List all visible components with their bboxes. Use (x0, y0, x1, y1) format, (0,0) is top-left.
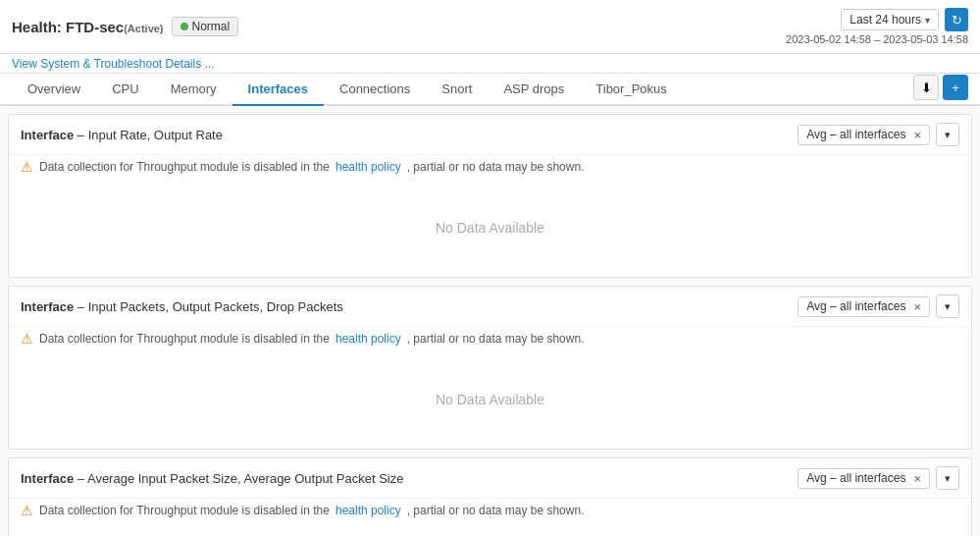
section3-filter-tag: Avg – all interfaces × (798, 468, 930, 489)
tab-tibor-pokus[interactable]: Tibor_Pokus (580, 74, 683, 106)
time-range-label: Last 24 hours (850, 13, 921, 27)
tab-snort[interactable]: Snort (426, 74, 488, 106)
refresh-icon: ↻ (952, 13, 962, 27)
section2-title-bold: Interface (21, 299, 74, 314)
section3-filter-remove[interactable]: × (913, 471, 921, 486)
section1-title: Interface – Input Rate, Output Rate (21, 128, 223, 142)
section2-warning-text: Data collection for Throughput module is… (39, 332, 330, 346)
section1-filter-remove[interactable]: × (913, 128, 921, 142)
section-avg-packet-size: Interface – Average Input Packet Size, A… (8, 457, 972, 536)
status-badge: Normal (172, 17, 239, 36)
section2-warning: ⚠ Data collection for Throughput module … (9, 327, 971, 350)
section2-warning-suffix: , partial or no data may be shown. (407, 332, 585, 346)
section2-filter-dropdown[interactable]: ▾ (936, 295, 959, 318)
section1-warning-text: Data collection for Throughput module is… (39, 160, 330, 174)
section3-warning-suffix: , partial or no data may be shown. (407, 504, 585, 517)
section3-filter-dropdown[interactable]: ▾ (936, 466, 959, 490)
section1-header: Interface – Input Rate, Output Rate Avg … (9, 115, 971, 155)
section3-health-link[interactable]: health policy (335, 504, 401, 517)
status-label: Normal (192, 20, 231, 33)
section2-filter-label: Avg – all interfaces (806, 299, 905, 313)
device-name: Health: FTD-sec (12, 19, 124, 35)
status-dot-icon (181, 23, 188, 30)
section3-warning: ⚠ Data collection for Throughput module … (9, 499, 971, 522)
export-button[interactable]: ⬇ (913, 75, 939, 100)
add-button[interactable]: + (943, 75, 968, 100)
section3-title-bold: Interface (21, 471, 74, 486)
app-container: Health: FTD-sec(Active) Normal Last 24 h… (0, 0, 980, 536)
subheader: View System & Troubleshoot Details ... (0, 54, 980, 74)
main-content: Interface – Input Rate, Output Rate Avg … (0, 106, 980, 536)
header-right: Last 24 hours ▾ ↻ 2023-05-02 14:58 – 202… (786, 8, 968, 45)
section1-title-bold: Interface (21, 128, 74, 142)
section2-title-rest: – Input Packets, Output Packets, Drop Pa… (74, 299, 343, 314)
health-title: Health: FTD-sec(Active) (12, 19, 164, 35)
section2-filter-remove[interactable]: × (913, 299, 921, 314)
tab-connections[interactable]: Connections (324, 74, 426, 106)
section1-controls: Avg – all interfaces × ▾ (798, 123, 959, 146)
section3-title-rest: – Average Input Packet Size, Average Out… (74, 471, 403, 486)
section1-no-data: No Data Available (9, 179, 971, 277)
section1-health-link[interactable]: health policy (335, 160, 401, 174)
section3-no-data: No Data Available (9, 522, 971, 536)
section1-warning: ⚠ Data collection for Throughput module … (9, 155, 971, 179)
section1-title-rest: – Input Rate, Output Rate (74, 128, 223, 142)
section2-controls: Avg – all interfaces × ▾ (798, 295, 959, 318)
section3-filter-label: Avg – all interfaces (806, 471, 905, 485)
section2-header: Interface – Input Packets, Output Packet… (9, 287, 971, 327)
section1-filter-tag: Avg – all interfaces × (798, 125, 930, 145)
section-input-packets: Interface – Input Packets, Output Packet… (8, 286, 972, 450)
section-input-rate: Interface – Input Rate, Output Rate Avg … (8, 114, 972, 278)
header: Health: FTD-sec(Active) Normal Last 24 h… (0, 0, 980, 54)
warning-icon: ⚠ (21, 503, 33, 518)
section2-filter-tag: Avg – all interfaces × (798, 296, 930, 317)
section3-header: Interface – Average Input Packet Size, A… (9, 458, 971, 499)
tabs-bar: Overview CPU Memory Interfaces Connectio… (0, 74, 980, 106)
tab-cpu[interactable]: CPU (96, 74, 154, 106)
add-icon: + (952, 80, 959, 95)
section2-title: Interface – Input Packets, Output Packet… (21, 299, 343, 314)
section2-no-data: No Data Available (9, 350, 971, 449)
tab-interfaces[interactable]: Interfaces (232, 74, 324, 106)
export-icon: ⬇ (921, 80, 932, 95)
section1-filter-label: Avg – all interfaces (806, 128, 905, 141)
warning-icon: ⚠ (21, 159, 33, 175)
tab-overview[interactable]: Overview (12, 74, 96, 106)
tab-asp-drops[interactable]: ASP drops (488, 74, 580, 106)
section3-title: Interface – Average Input Packet Size, A… (21, 471, 404, 486)
section1-warning-suffix: , partial or no data may be shown. (407, 160, 585, 174)
section3-warning-text: Data collection for Throughput module is… (39, 504, 330, 517)
section1-filter-dropdown[interactable]: ▾ (936, 123, 959, 146)
section3-controls: Avg – all interfaces × ▾ (798, 466, 959, 490)
date-range: 2023-05-02 14:58 – 2023-05-03 14:58 (786, 33, 968, 45)
refresh-button[interactable]: ↻ (945, 8, 968, 31)
tab-memory[interactable]: Memory (155, 74, 232, 106)
header-left: Health: FTD-sec(Active) Normal (12, 17, 238, 36)
time-range-select[interactable]: Last 24 hours ▾ (841, 9, 939, 30)
view-system-link[interactable]: View System & Troubleshoot Details ... (12, 57, 215, 71)
section2-health-link[interactable]: health policy (335, 332, 401, 346)
chevron-down-icon: ▾ (925, 15, 930, 26)
active-badge: (Active) (124, 23, 163, 34)
warning-icon: ⚠ (21, 331, 33, 347)
